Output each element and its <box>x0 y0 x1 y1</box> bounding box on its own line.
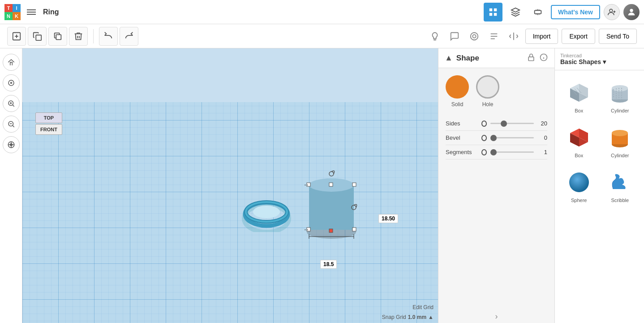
svg-point-84 <box>569 172 589 192</box>
shape-panel-collapse-button[interactable]: ▲ <box>445 53 453 63</box>
logo-t: T <box>4 4 13 12</box>
library-category[interactable]: Basic Shapes ▾ <box>560 58 606 65</box>
user-avatar[interactable] <box>623 4 640 20</box>
orientation-cube[interactable]: TOP FRONT <box>29 103 69 144</box>
sides-slider-container <box>481 121 534 127</box>
mirror-button[interactable] <box>506 28 522 44</box>
shape-panel-lock-button[interactable] <box>527 53 536 63</box>
toolbar-separator-1 <box>93 29 94 43</box>
copy-button[interactable] <box>28 27 47 46</box>
sides-dot[interactable] <box>481 121 487 127</box>
delete-button[interactable] <box>69 27 88 46</box>
camera-button[interactable] <box>3 136 20 153</box>
top-nav-icons: What's New <box>484 3 640 22</box>
svg-rect-50 <box>329 229 333 233</box>
svg-point-51 <box>329 172 334 176</box>
svg-rect-0 <box>489 8 492 11</box>
svg-rect-14 <box>56 34 61 39</box>
whats-new-button[interactable]: What's New <box>551 5 600 19</box>
library-title-row: Tinkercad Basic Shapes ▾ <box>560 53 639 65</box>
svg-rect-47 <box>352 228 356 231</box>
shape-panel-body: Solid Hole Sides 20 Bevel <box>438 68 554 310</box>
segments-label: Segments <box>446 149 481 155</box>
sphere-blue-thumb <box>566 169 592 196</box>
sides-slider[interactable] <box>490 123 534 124</box>
edit-grid-button[interactable]: Edit Grid <box>412 304 434 310</box>
logo-i: I <box>13 4 21 12</box>
new-design-button[interactable] <box>7 27 26 46</box>
bevel-slider[interactable] <box>490 137 534 138</box>
circuit-button[interactable] <box>528 3 547 22</box>
project-name[interactable]: Ring <box>43 8 484 16</box>
bevel-row: Bevel 0 <box>446 131 547 145</box>
svg-rect-3 <box>494 13 497 15</box>
duplicate-button[interactable] <box>48 27 67 46</box>
home-button[interactable] <box>3 54 20 71</box>
cylinder-shape <box>305 158 358 239</box>
shape-card-box-gray[interactable]: Box <box>560 76 598 117</box>
cylinder-gray-thumb <box>606 79 633 106</box>
sides-row: Sides 20 <box>446 116 547 131</box>
cylinder-orange-thumb <box>606 124 633 151</box>
shape-card-box-red[interactable]: Box <box>560 121 598 162</box>
svg-point-72 <box>612 85 628 91</box>
library-brand: Tinkercad <box>560 53 606 58</box>
logo-n: N <box>4 12 13 20</box>
svg-point-83 <box>612 130 628 136</box>
menu-icon[interactable] <box>25 8 38 17</box>
notes-button[interactable] <box>447 28 463 44</box>
solid-option[interactable]: Solid <box>446 75 469 108</box>
shapes-library-panel: Tinkercad Basic Shapes ▾ <box>554 48 644 323</box>
dimension-width-label: 18.5 <box>320 260 337 269</box>
segments-slider[interactable] <box>490 151 534 153</box>
bevel-dot[interactable] <box>481 135 487 141</box>
circle-button[interactable] <box>466 28 482 44</box>
solid-icon <box>446 75 469 99</box>
add-person-button[interactable] <box>604 4 620 20</box>
cube-top-face: TOP <box>35 112 62 123</box>
svg-rect-59 <box>528 57 534 60</box>
snap-value: 1.0 mm <box>408 314 426 320</box>
redo-button[interactable] <box>120 27 138 46</box>
simulation-button[interactable] <box>506 3 525 22</box>
logo-k: K <box>13 12 21 20</box>
grid-view-button[interactable] <box>484 3 502 22</box>
light-bulb-button[interactable] <box>427 28 443 44</box>
svg-point-5 <box>610 9 613 12</box>
hole-label: Hole <box>482 101 494 108</box>
shape-type-options: Solid Hole <box>446 75 547 108</box>
scribble-label: Scribble <box>611 198 629 203</box>
zoom-out-button[interactable] <box>3 116 20 133</box>
align-button[interactable] <box>486 28 502 44</box>
edit-toolbar: Import Export Send To <box>0 24 644 48</box>
3d-viewport[interactable]: TOP FRONT <box>22 48 438 323</box>
shape-card-sphere-blue[interactable]: Sphere <box>560 165 598 207</box>
box-red-label: Box <box>575 153 583 158</box>
tinkercad-logo[interactable]: T I N K <box>4 4 21 20</box>
shape-card-scribble[interactable]: Scribble <box>601 165 639 207</box>
import-button[interactable]: Import <box>525 29 558 44</box>
panel-expand-button[interactable]: › <box>495 312 498 321</box>
box-red-thumb <box>566 124 592 151</box>
zoom-in-button[interactable] <box>3 95 20 112</box>
snap-up-icon[interactable]: ▲ <box>428 314 434 320</box>
shape-panel-info-button[interactable] <box>539 53 548 63</box>
fit-view-button[interactable] <box>3 74 20 91</box>
svg-point-39 <box>253 206 280 218</box>
chevron-down-icon: ▾ <box>603 58 606 65</box>
sides-value: 20 <box>534 120 547 127</box>
export-button[interactable]: Export <box>562 29 595 44</box>
toolbar-right-section: Import Export Send To <box>427 28 637 44</box>
send-to-button[interactable]: Send To <box>599 29 637 44</box>
shape-card-cylinder-orange[interactable]: Cylinder <box>601 121 639 162</box>
undo-button[interactable] <box>99 27 118 46</box>
shape-card-cylinder-gray[interactable]: Cylinder <box>601 76 639 117</box>
segments-dot[interactable] <box>481 149 487 155</box>
top-bar: T I N K Ring What's New <box>0 0 644 24</box>
cylinder-orange-label: Cylinder <box>611 153 629 158</box>
shape-panel-header: ▲ Shape <box>438 48 554 68</box>
segments-value: 1 <box>534 149 547 155</box>
svg-rect-48 <box>329 183 333 186</box>
hole-option[interactable]: Hole <box>476 75 499 108</box>
segments-slider-container <box>481 149 534 155</box>
